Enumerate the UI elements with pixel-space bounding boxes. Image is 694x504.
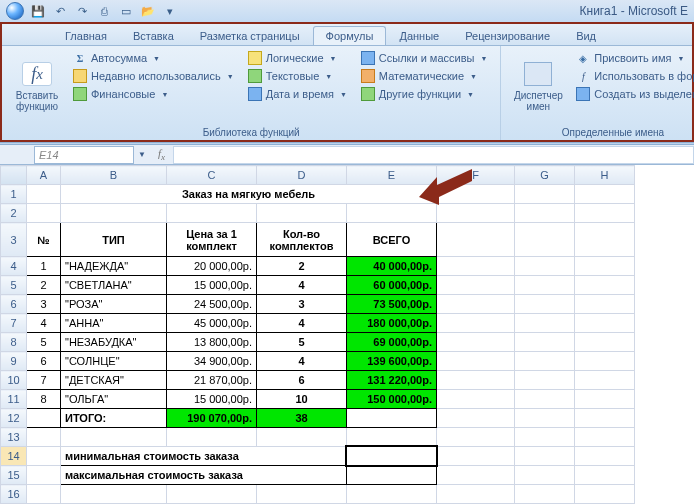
cell-type[interactable]: "СОЛНЦЕ" <box>61 352 167 371</box>
formula-input[interactable] <box>173 146 694 164</box>
row-header[interactable]: 7 <box>1 314 27 333</box>
col-header[interactable]: B <box>61 166 167 185</box>
cell-no[interactable]: 1 <box>27 257 61 276</box>
cell-qty[interactable]: 4 <box>257 314 347 333</box>
col-header[interactable]: C <box>167 166 257 185</box>
cell-qty[interactable]: 5 <box>257 333 347 352</box>
office-button-icon[interactable] <box>6 2 24 20</box>
tab-formulas[interactable]: Формулы <box>313 26 387 45</box>
cell-total[interactable]: 180 000,00р. <box>347 314 437 333</box>
namebox-dropdown-icon[interactable]: ▼ <box>134 150 150 159</box>
tab-home[interactable]: Главная <box>52 26 120 45</box>
cell-total[interactable]: 131 220,00р. <box>347 371 437 390</box>
datetime-button[interactable]: Дата и время▼ <box>245 86 350 102</box>
redo-icon[interactable]: ↷ <box>74 3 90 19</box>
max-cost-label[interactable]: максимальная стоимость заказа <box>61 466 347 485</box>
select-all-corner[interactable] <box>1 166 27 185</box>
cell-type[interactable]: "АННА" <box>61 314 167 333</box>
header-total[interactable]: ВСЕГО <box>347 223 437 257</box>
logical-button[interactable]: Логические▼ <box>245 50 350 66</box>
min-cost-label[interactable]: минимальная стоимость заказа <box>61 447 347 466</box>
row-header[interactable]: 8 <box>1 333 27 352</box>
row-header[interactable]: 2 <box>1 204 27 223</box>
col-header[interactable]: H <box>575 166 635 185</box>
row-header[interactable]: 13 <box>1 428 27 447</box>
cell-total[interactable]: 150 000,00р. <box>347 390 437 409</box>
col-header[interactable]: E <box>347 166 437 185</box>
col-header[interactable]: G <box>515 166 575 185</box>
header-price[interactable]: Цена за 1 комплект <box>167 223 257 257</box>
sheet-title[interactable]: Заказ на мягкую мебель <box>61 185 437 204</box>
header-type[interactable]: ТИП <box>61 223 167 257</box>
name-box[interactable]: E14 <box>34 146 134 164</box>
undo-icon[interactable]: ↶ <box>52 3 68 19</box>
tab-data[interactable]: Данные <box>386 26 452 45</box>
totals-price[interactable]: 190 070,00р. <box>167 409 257 428</box>
cell-price[interactable]: 15 000,00р. <box>167 276 257 295</box>
tab-insert[interactable]: Вставка <box>120 26 187 45</box>
more-button[interactable]: Другие функции▼ <box>358 86 491 102</box>
tab-view[interactable]: Вид <box>563 26 609 45</box>
cell-total[interactable]: 60 000,00р. <box>347 276 437 295</box>
col-header[interactable]: D <box>257 166 347 185</box>
row-header[interactable]: 1 <box>1 185 27 204</box>
cell-price[interactable]: 13 800,00р. <box>167 333 257 352</box>
row-header[interactable]: 15 <box>1 466 27 485</box>
print-icon[interactable]: ⎙ <box>96 3 112 19</box>
row-header[interactable]: 4 <box>1 257 27 276</box>
tab-review[interactable]: Рецензирование <box>452 26 563 45</box>
cell-qty[interactable]: 10 <box>257 390 347 409</box>
financial-button[interactable]: Финансовые▼ <box>70 86 237 102</box>
row-header[interactable]: 9 <box>1 352 27 371</box>
create-from-button[interactable]: Создать из выделенно <box>573 86 694 102</box>
cell-no[interactable]: 7 <box>27 371 61 390</box>
cell-type[interactable]: "НЕЗАБУДКА" <box>61 333 167 352</box>
totals-qty[interactable]: 38 <box>257 409 347 428</box>
cell-no[interactable]: 5 <box>27 333 61 352</box>
cell-qty[interactable]: 2 <box>257 257 347 276</box>
header-qty[interactable]: Кол-во комплектов <box>257 223 347 257</box>
math-button[interactable]: Математические▼ <box>358 68 491 84</box>
save-icon[interactable]: 💾 <box>30 3 46 19</box>
cell-type[interactable]: "НАДЕЖДА" <box>61 257 167 276</box>
cell-type[interactable]: "РОЗА" <box>61 295 167 314</box>
cell-price[interactable]: 24 500,00р. <box>167 295 257 314</box>
cell-price[interactable]: 20 000,00р. <box>167 257 257 276</box>
cell-qty[interactable]: 3 <box>257 295 347 314</box>
cell-no[interactable]: 2 <box>27 276 61 295</box>
recent-button[interactable]: Недавно использовались▼ <box>70 68 237 84</box>
row-header[interactable]: 11 <box>1 390 27 409</box>
row-header[interactable]: 6 <box>1 295 27 314</box>
totals-label[interactable]: ИТОГО: <box>61 409 167 428</box>
col-header[interactable]: F <box>437 166 515 185</box>
cell-total[interactable]: 73 500,00р. <box>347 295 437 314</box>
cell-total[interactable]: 139 600,00р. <box>347 352 437 371</box>
header-no[interactable]: № <box>27 223 61 257</box>
row-header[interactable]: 14 <box>1 447 27 466</box>
cell-price[interactable]: 45 000,00р. <box>167 314 257 333</box>
cell-qty[interactable]: 4 <box>257 276 347 295</box>
name-manager-button[interactable]: Диспетчер имен <box>507 48 569 126</box>
qat-dropdown-icon[interactable]: ▾ <box>162 3 178 19</box>
cell-no[interactable]: 3 <box>27 295 61 314</box>
new-icon[interactable]: ▭ <box>118 3 134 19</box>
open-icon[interactable]: 📂 <box>140 3 156 19</box>
define-name-button[interactable]: ◈Присвоить имя▼ <box>573 50 694 66</box>
tab-layout[interactable]: Разметка страницы <box>187 26 313 45</box>
cell-type[interactable]: "ДЕТСКАЯ" <box>61 371 167 390</box>
cell-total[interactable]: 40 000,00р. <box>347 257 437 276</box>
cell-no[interactable]: 4 <box>27 314 61 333</box>
cell-qty[interactable]: 6 <box>257 371 347 390</box>
cell-type[interactable]: "СВЕТЛАНА" <box>61 276 167 295</box>
cell-no[interactable]: 8 <box>27 390 61 409</box>
cell-price[interactable]: 15 000,00р. <box>167 390 257 409</box>
cell-total[interactable]: 69 000,00р. <box>347 333 437 352</box>
row-header[interactable]: 5 <box>1 276 27 295</box>
cell-qty[interactable]: 4 <box>257 352 347 371</box>
autosum-button[interactable]: ΣАвтосумма▼ <box>70 50 237 66</box>
cell-type[interactable]: "ОЛЬГА" <box>61 390 167 409</box>
max-cost-value[interactable] <box>347 466 437 485</box>
fx-label-icon[interactable]: fx <box>158 147 165 162</box>
insert-function-button[interactable]: fx Вставить функцию <box>8 48 66 126</box>
row-header[interactable]: 3 <box>1 223 27 257</box>
